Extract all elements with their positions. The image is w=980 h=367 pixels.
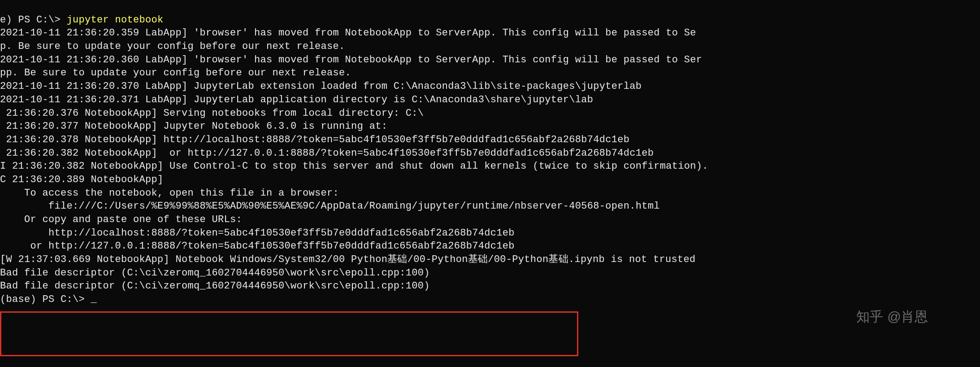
output-line: 21:36:20.376 NotebookApp] Serving notebo… bbox=[0, 107, 980, 120]
output-line: I 21:36:20.382 NotebookApp] Use Control-… bbox=[0, 160, 980, 173]
error-line: Bad file descriptor (C:\ci\zeromq_160270… bbox=[0, 267, 980, 280]
output-line: [W 21:37:03.669 NotebookApp] Notebook Wi… bbox=[0, 253, 980, 267]
output-line: or http://127.0.0.1:8888/?token=5abc4f10… bbox=[0, 240, 980, 253]
output-line: 21:36:20.377 NotebookApp] Jupyter Notebo… bbox=[0, 120, 980, 133]
prompt-line: e) PS C:\> jupyter notebook bbox=[0, 13, 980, 27]
output-line: 2021-10-11 21:36:20.360 LabApp] 'browser… bbox=[0, 53, 980, 67]
error-line: Bad file descriptor (C:\ci\zeromq_160270… bbox=[0, 280, 980, 293]
output-line: http://localhost:8888/?token=5abc4f10530… bbox=[0, 227, 980, 240]
output-line: To access the notebook, open this file i… bbox=[0, 187, 980, 200]
output-line: 2021-10-11 21:36:20.371 LabApp] JupyterL… bbox=[0, 93, 980, 107]
terminal-output[interactable]: e) PS C:\> jupyter notebook2021-10-11 21… bbox=[0, 0, 980, 320]
output-line: 2021-10-11 21:36:20.370 LabApp] JupyterL… bbox=[0, 80, 980, 93]
output-line: C 21:36:20.389 NotebookApp] bbox=[0, 173, 980, 187]
prompt-command: jupyter notebook bbox=[67, 14, 164, 26]
output-line: 21:36:20.378 NotebookApp] http://localho… bbox=[0, 133, 980, 147]
output-line: Or copy and paste one of these URLs: bbox=[0, 213, 980, 227]
prompt-line-end: (base) PS C:\> _ bbox=[0, 293, 980, 306]
output-line: p. Be sure to update your config before … bbox=[0, 40, 980, 53]
output-line: 21:36:20.382 NotebookApp] or http://127.… bbox=[0, 147, 980, 160]
output-line: pp. Be sure to update your config before… bbox=[0, 66, 980, 80]
output-line: file:///C:/Users/%E9%99%88%E5%AD%90%E5%A… bbox=[0, 200, 980, 213]
prompt-prefix: e) PS C:\> bbox=[0, 14, 67, 26]
output-line: 2021-10-11 21:36:20.359 LabApp] 'browser… bbox=[0, 26, 980, 40]
